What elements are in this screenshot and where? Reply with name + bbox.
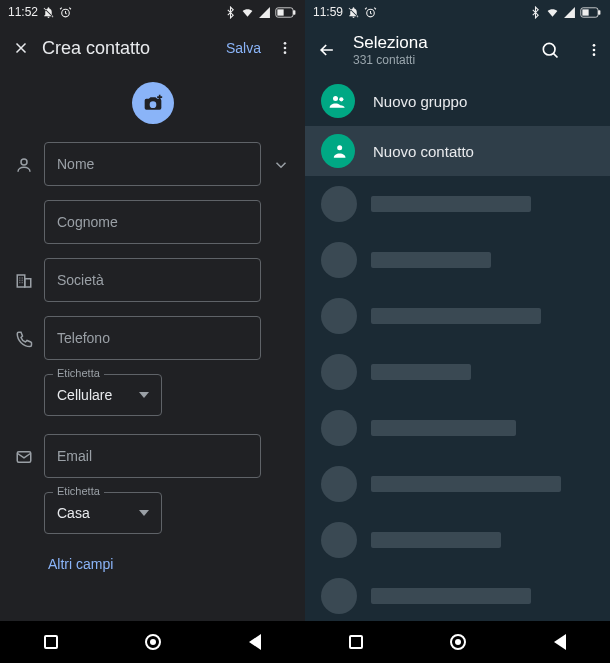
contact-name-placeholder xyxy=(371,252,491,268)
phone-label-caption: Etichetta xyxy=(53,367,104,379)
svg-rect-3 xyxy=(277,9,283,15)
contact-row[interactable] xyxy=(305,512,610,568)
back-icon[interactable] xyxy=(317,40,337,60)
status-time: 11:52 xyxy=(8,5,38,19)
company-input[interactable]: Società xyxy=(44,258,261,302)
contact-name-placeholder xyxy=(371,308,541,324)
search-icon[interactable] xyxy=(540,40,560,60)
phone-placeholder: Telefono xyxy=(57,330,110,346)
nav-recent-button[interactable] xyxy=(44,635,58,649)
new-contact-label: Nuovo contatto xyxy=(373,143,474,160)
expand-name-button[interactable] xyxy=(269,142,293,174)
email-placeholder: Email xyxy=(57,448,92,464)
svg-point-7 xyxy=(21,159,27,165)
contact-row[interactable] xyxy=(305,344,610,400)
save-button[interactable]: Salva xyxy=(226,40,261,56)
more-vert-icon[interactable] xyxy=(586,42,602,58)
contact-avatar xyxy=(321,466,357,502)
form-scroll: Nome Cognome Società Telefono E xyxy=(0,142,305,621)
dropdown-arrow-icon xyxy=(139,508,149,518)
add-photo-button[interactable] xyxy=(132,82,174,124)
svg-rect-13 xyxy=(598,10,600,15)
phone-input[interactable]: Telefono xyxy=(44,316,261,360)
contact-row[interactable] xyxy=(305,400,610,456)
nav-home-button[interactable] xyxy=(145,634,161,650)
nav-back-button[interactable] xyxy=(249,634,261,650)
svg-point-20 xyxy=(339,97,343,101)
appbar-title: Seleziona xyxy=(353,33,524,53)
surname-input[interactable]: Cognome xyxy=(44,200,261,244)
contact-name-placeholder xyxy=(371,364,471,380)
firstname-input[interactable]: Nome xyxy=(44,142,261,186)
more-fields-button[interactable]: Altri campi xyxy=(12,552,293,584)
svg-point-15 xyxy=(543,43,555,55)
phone-label-value: Cellulare xyxy=(57,387,112,403)
company-placeholder: Società xyxy=(57,272,104,288)
nav-home-button[interactable] xyxy=(450,634,466,650)
android-nav-bar xyxy=(0,621,305,663)
contact-list[interactable] xyxy=(305,176,610,621)
appbar-subtitle: 331 contatti xyxy=(353,53,524,67)
camera-add-icon xyxy=(143,93,163,113)
new-group-button[interactable]: Nuovo gruppo xyxy=(305,76,610,126)
svg-point-5 xyxy=(284,47,287,50)
status-time: 11:59 xyxy=(313,5,343,19)
alarm-icon xyxy=(59,6,72,19)
battery-icon xyxy=(275,7,297,18)
contact-name-placeholder xyxy=(371,420,516,436)
phone-label-dropdown[interactable]: Etichetta Cellulare xyxy=(44,374,162,416)
svg-point-4 xyxy=(284,42,287,45)
close-icon[interactable] xyxy=(12,39,30,57)
select-contact-pane: 11:59 Seleziona 331 contatti Nuovo grupp… xyxy=(305,0,610,663)
bluetooth-icon xyxy=(529,6,542,19)
appbar-title: Crea contatto xyxy=(42,38,214,59)
create-contact-pane: 11:52 Crea contatto Salva Nome xyxy=(0,0,305,663)
bell-off-icon xyxy=(347,6,360,19)
email-input[interactable]: Email xyxy=(44,434,261,478)
android-nav-bar xyxy=(305,621,610,663)
contact-avatar xyxy=(321,522,357,558)
email-icon xyxy=(15,448,33,466)
chevron-down-icon xyxy=(272,156,290,174)
contact-name-placeholder xyxy=(371,476,561,492)
contact-avatar xyxy=(321,354,357,390)
more-vert-icon xyxy=(277,40,293,56)
contact-name-placeholder xyxy=(371,588,531,604)
bell-off-icon xyxy=(42,6,55,19)
contact-row[interactable] xyxy=(305,456,610,512)
contact-row[interactable] xyxy=(305,568,610,621)
new-group-label: Nuovo gruppo xyxy=(373,93,467,110)
svg-rect-2 xyxy=(293,10,295,15)
svg-point-18 xyxy=(593,53,596,56)
wifi-icon xyxy=(241,6,254,19)
create-contact-appbar: Crea contatto Salva xyxy=(0,24,305,72)
signal-icon xyxy=(563,6,576,19)
contact-row[interactable] xyxy=(305,288,610,344)
dropdown-arrow-icon xyxy=(139,390,149,400)
email-label-caption: Etichetta xyxy=(53,485,104,497)
nav-recent-button[interactable] xyxy=(349,635,363,649)
more-button[interactable] xyxy=(273,40,297,56)
svg-rect-8 xyxy=(17,275,25,287)
phone-icon xyxy=(15,330,33,348)
contact-row[interactable] xyxy=(305,176,610,232)
surname-placeholder: Cognome xyxy=(57,214,118,230)
email-label-dropdown[interactable]: Etichetta Casa xyxy=(44,492,162,534)
contact-avatar xyxy=(321,410,357,446)
status-bar: 11:52 xyxy=(0,0,305,24)
photo-section xyxy=(0,72,305,142)
person-add-icon xyxy=(328,141,348,161)
contact-row[interactable] xyxy=(305,232,610,288)
svg-point-21 xyxy=(337,145,342,150)
contact-avatar xyxy=(321,242,357,278)
new-contact-button[interactable]: Nuovo contatto xyxy=(305,126,610,176)
svg-rect-14 xyxy=(582,9,588,15)
contact-avatar xyxy=(321,298,357,334)
contact-name-placeholder xyxy=(371,196,531,212)
svg-point-17 xyxy=(593,49,596,52)
svg-point-19 xyxy=(333,96,338,101)
email-label-value: Casa xyxy=(57,505,90,521)
nav-back-button[interactable] xyxy=(554,634,566,650)
contact-avatar xyxy=(321,578,357,614)
battery-icon xyxy=(580,7,602,18)
